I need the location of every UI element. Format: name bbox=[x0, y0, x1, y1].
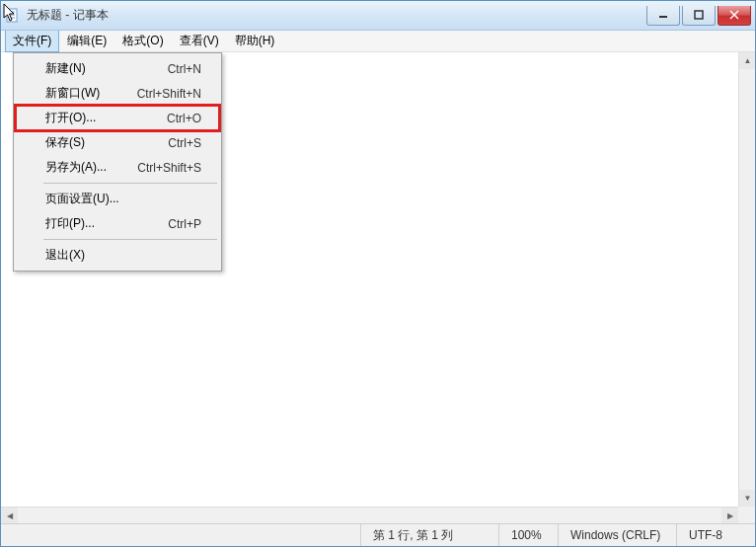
status-line-ending: Windows (CRLF) bbox=[558, 524, 676, 546]
menu-item-shortcut: Ctrl+P bbox=[168, 217, 201, 231]
file-menu-item[interactable]: 保存(S)Ctrl+S bbox=[16, 130, 219, 155]
menu-item-label: 新窗口(W) bbox=[45, 85, 100, 102]
file-menu-item[interactable]: 新建(N)Ctrl+N bbox=[16, 56, 219, 81]
close-button[interactable] bbox=[718, 6, 751, 26]
notepad-icon bbox=[5, 8, 21, 24]
menu-item-shortcut: Ctrl+Shift+N bbox=[137, 87, 201, 101]
file-menu-item[interactable]: 退出(X) bbox=[16, 243, 219, 268]
minimize-button[interactable] bbox=[646, 6, 680, 26]
window-controls bbox=[646, 6, 751, 26]
menu-help[interactable]: 帮助(H) bbox=[227, 30, 283, 52]
scroll-down-arrow[interactable]: ▼ bbox=[739, 490, 755, 507]
status-zoom: 100% bbox=[498, 524, 558, 546]
menu-separator bbox=[43, 239, 217, 240]
menu-edit[interactable]: 编辑(E) bbox=[59, 30, 114, 52]
horizontal-scrollbar[interactable]: ◀ ▶ bbox=[1, 507, 738, 523]
maximize-icon bbox=[694, 10, 704, 20]
statusbar: 第 1 行, 第 1 列 100% Windows (CRLF) UTF-8 bbox=[1, 523, 755, 546]
window-title: 无标题 - 记事本 bbox=[27, 7, 646, 24]
menu-item-shortcut: Ctrl+O bbox=[167, 112, 201, 125]
file-menu-item[interactable]: 新窗口(W)Ctrl+Shift+N bbox=[16, 81, 219, 106]
status-encoding: UTF-8 bbox=[676, 524, 755, 546]
scrollbar-corner bbox=[738, 507, 755, 523]
svg-rect-5 bbox=[695, 11, 703, 19]
menu-item-label: 打开(O)... bbox=[45, 110, 96, 126]
menu-separator bbox=[43, 183, 217, 184]
menu-view[interactable]: 查看(V) bbox=[172, 30, 227, 52]
titlebar[interactable]: 无标题 - 记事本 bbox=[1, 1, 755, 31]
menu-item-label: 打印(P)... bbox=[45, 215, 95, 232]
file-menu-item[interactable]: 另存为(A)...Ctrl+Shift+S bbox=[16, 155, 219, 180]
scroll-left-arrow[interactable]: ◀ bbox=[1, 508, 18, 523]
menu-item-label: 保存(S) bbox=[45, 134, 85, 151]
menu-item-label: 另存为(A)... bbox=[45, 159, 107, 176]
menu-item-label: 退出(X) bbox=[45, 247, 85, 264]
menubar: 文件(F) 编辑(E) 格式(O) 查看(V) 帮助(H) bbox=[1, 31, 755, 52]
menu-item-shortcut: Ctrl+N bbox=[168, 62, 201, 76]
file-menu-item[interactable]: 打印(P)...Ctrl+P bbox=[16, 211, 219, 236]
status-position: 第 1 行, 第 1 列 bbox=[360, 524, 498, 546]
menu-file[interactable]: 文件(F) bbox=[5, 30, 59, 52]
minimize-icon bbox=[658, 10, 668, 20]
menu-item-label: 新建(N) bbox=[45, 60, 86, 77]
maximize-button[interactable] bbox=[682, 6, 716, 26]
menu-item-label: 页面设置(U)... bbox=[45, 191, 119, 207]
scroll-track[interactable] bbox=[18, 508, 721, 523]
menu-item-shortcut: Ctrl+Shift+S bbox=[137, 161, 201, 175]
close-icon bbox=[729, 10, 739, 20]
file-menu-item[interactable]: 打开(O)...Ctrl+O bbox=[16, 106, 219, 130]
text-area[interactable]: 新建(N)Ctrl+N新窗口(W)Ctrl+Shift+N打开(O)...Ctr… bbox=[1, 52, 755, 523]
scroll-up-arrow[interactable]: ▲ bbox=[739, 52, 755, 69]
menu-format[interactable]: 格式(O) bbox=[114, 30, 171, 52]
notepad-window: 无标题 - 记事本 文件(F) 编辑(E) 格式(O) 查看(V) 帮助(H) bbox=[0, 0, 756, 547]
file-menu-dropdown: 新建(N)Ctrl+N新窗口(W)Ctrl+Shift+N打开(O)...Ctr… bbox=[13, 52, 222, 272]
file-menu-item[interactable]: 页面设置(U)... bbox=[16, 187, 219, 211]
vertical-scrollbar[interactable]: ▲ ▼ bbox=[738, 52, 755, 507]
scroll-right-arrow[interactable]: ▶ bbox=[721, 508, 738, 523]
menu-item-shortcut: Ctrl+S bbox=[168, 136, 201, 150]
